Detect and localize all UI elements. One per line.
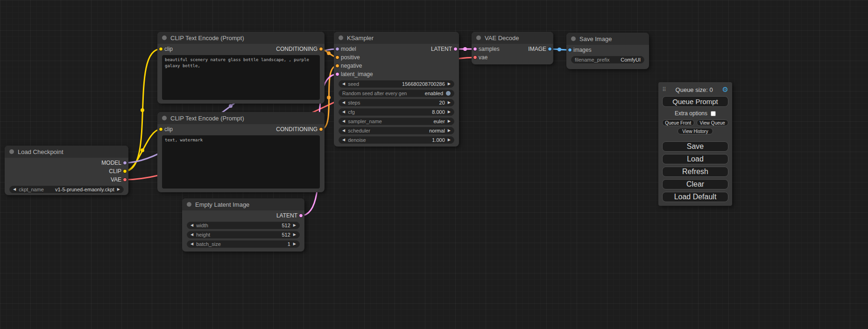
node-title-bar[interactable]: CLIP Text Encode (Prompt) [157, 32, 325, 44]
output-port-conditioning[interactable] [319, 127, 323, 132]
decrement-arrow-icon[interactable]: ◀ [342, 110, 345, 114]
output-port-clip[interactable] [123, 169, 127, 174]
input-port-samples[interactable] [473, 47, 477, 51]
input-port-clip[interactable] [159, 47, 163, 51]
node-title: CLIP Text Encode (Prompt) [170, 115, 244, 122]
queue-prompt-button[interactable]: Queue Prompt [662, 96, 728, 107]
increment-arrow-icon[interactable]: ▶ [448, 110, 451, 114]
combo-right-arrow-icon[interactable]: ▶ [117, 188, 120, 191]
slot-row: samples IMAGE [472, 45, 553, 53]
widget-width[interactable]: ◀ width 512 ▶ [187, 222, 300, 229]
output-port-model[interactable] [123, 161, 127, 165]
widget-sampler-name[interactable]: ◀ sampler_name euler ▶ [339, 118, 454, 125]
combo-right-arrow-icon[interactable]: ▶ [448, 119, 451, 123]
drag-handle-icon[interactable]: ⠿ [662, 86, 666, 93]
output-port-image[interactable] [548, 47, 552, 51]
node-title-bar[interactable]: Load Checkpoint [5, 146, 128, 158]
decrement-arrow-icon[interactable]: ◀ [191, 233, 193, 237]
node-title-bar[interactable]: VAE Decode [472, 32, 553, 44]
node-title-bar[interactable]: CLIP Text Encode (Prompt) [157, 112, 325, 124]
increment-arrow-icon[interactable]: ▶ [448, 101, 451, 105]
output-port-conditioning[interactable] [319, 47, 323, 51]
queue-small-buttons-row: Queue Front View Queue [662, 119, 728, 126]
node-title: Save Image [579, 35, 612, 42]
increment-arrow-icon[interactable]: ▶ [448, 82, 451, 86]
increment-arrow-icon[interactable]: ▶ [293, 242, 296, 246]
save-button[interactable]: Save [662, 141, 728, 152]
queue-front-button[interactable]: Queue Front [662, 119, 694, 126]
input-port-negative[interactable] [335, 64, 339, 68]
node-collapse-dot[interactable] [571, 36, 576, 41]
combo-left-arrow-icon[interactable]: ◀ [13, 188, 16, 191]
settings-gear-icon[interactable]: ⚙ [722, 86, 728, 93]
node-collapse-dot[interactable] [162, 35, 167, 40]
prompt-textarea[interactable]: beautiful scenery nature glass bottle la… [162, 55, 320, 100]
widget-ckpt-name[interactable]: ◀ ckpt_name v1-5-pruned-emaonly.ckpt ▶ [9, 186, 124, 193]
node-collapse-dot[interactable] [476, 35, 481, 40]
node-title-bar[interactable]: Save Image [566, 33, 649, 45]
link-midpoint-dot [557, 48, 561, 51]
widget-scheduler[interactable]: ◀ scheduler normal ▶ [339, 127, 454, 134]
input-port-model[interactable] [335, 47, 339, 51]
view-queue-button[interactable]: View Queue [697, 119, 729, 126]
widget-value: ComfyUI [621, 57, 641, 63]
node-collapse-dot[interactable] [339, 35, 343, 40]
widget-seed[interactable]: ◀ seed 156680208700286 ▶ [339, 80, 454, 88]
output-port-latent[interactable] [453, 47, 458, 51]
slot-row: model LATENT [334, 45, 459, 53]
toggle-knob[interactable] [446, 91, 451, 96]
decrement-arrow-icon[interactable]: ◀ [342, 82, 345, 86]
load-default-button[interactable]: Load Default [662, 192, 728, 202]
decrement-arrow-icon[interactable]: ◀ [191, 242, 193, 246]
node-title-bar[interactable]: KSampler [334, 32, 459, 44]
node-collapse-dot[interactable] [9, 149, 14, 154]
clear-button[interactable]: Clear [662, 179, 728, 189]
output-label-conditioning: CONDITIONING [276, 126, 318, 133]
increment-arrow-icon[interactable]: ▶ [293, 224, 296, 227]
combo-left-arrow-icon[interactable]: ◀ [342, 119, 345, 123]
link-clip-to-positive [125, 49, 161, 171]
input-port-clip[interactable] [159, 127, 163, 132]
output-port-latent[interactable] [299, 214, 303, 218]
widget-batch-size[interactable]: ◀ batch_size 1 ▶ [187, 240, 300, 248]
widget-height[interactable]: ◀ height 512 ▶ [187, 231, 300, 238]
output-label-model: MODEL [101, 160, 121, 166]
combo-right-arrow-icon[interactable]: ▶ [448, 129, 451, 133]
node-title: VAE Decode [485, 35, 519, 42]
widget-filename-prefix[interactable]: filename_prefix ComfyUI [571, 56, 644, 63]
node-collapse-dot[interactable] [162, 116, 167, 120]
node-clip-text-encode-negative[interactable]: CLIP Text Encode (Prompt) clip CONDITION… [157, 112, 325, 192]
input-port-images[interactable] [568, 48, 572, 52]
refresh-button[interactable]: Refresh [662, 167, 728, 177]
node-vae-decode[interactable]: VAE Decode samples IMAGE vae [472, 32, 553, 64]
node-ksampler[interactable]: KSampler model LATENT positive negative … [334, 32, 459, 147]
widget-label: Random seed after every gen [342, 91, 407, 96]
increment-arrow-icon[interactable]: ▶ [448, 138, 451, 142]
decrement-arrow-icon[interactable]: ◀ [342, 138, 345, 142]
node-title-bar[interactable]: Empty Latent Image [182, 198, 304, 210]
widget-steps[interactable]: ◀ steps 20 ▶ [339, 99, 454, 106]
view-history-button[interactable]: View History [677, 128, 713, 134]
widget-denoise[interactable]: ◀ denoise 1.000 ▶ [339, 136, 454, 144]
node-save-image[interactable]: Save Image images filename_prefix ComfyU… [566, 33, 649, 69]
combo-left-arrow-icon[interactable]: ◀ [342, 129, 345, 133]
node-collapse-dot[interactable] [187, 202, 191, 207]
output-port-vae[interactable] [123, 178, 127, 182]
input-port-vae[interactable] [473, 56, 477, 60]
load-button[interactable]: Load [662, 154, 728, 164]
decrement-arrow-icon[interactable]: ◀ [191, 224, 193, 227]
node-load-checkpoint[interactable]: Load Checkpoint MODEL CLIP VAE ◀ ckpt_na… [5, 146, 128, 195]
prompt-textarea[interactable]: text, watermark [162, 135, 320, 189]
input-port-positive[interactable] [335, 56, 339, 60]
node-empty-latent-image[interactable]: Empty Latent Image LATENT ◀ width 512 ▶ … [182, 198, 304, 252]
input-port-latent-image[interactable] [335, 72, 339, 77]
queue-panel: ⠿ Queue size: 0 ⚙ Queue Prompt Extra opt… [658, 82, 732, 206]
increment-arrow-icon[interactable]: ▶ [293, 233, 296, 237]
spacer [662, 134, 728, 139]
decrement-arrow-icon[interactable]: ◀ [342, 101, 345, 105]
widget-random-seed-toggle[interactable]: Random seed after every gen enabled [339, 90, 454, 97]
extra-options-row: Extra options [662, 110, 728, 117]
extra-options-checkbox[interactable] [711, 111, 716, 116]
widget-cfg[interactable]: ◀ cfg 8.000 ▶ [339, 108, 454, 116]
node-clip-text-encode-positive[interactable]: CLIP Text Encode (Prompt) clip CONDITION… [157, 32, 325, 104]
